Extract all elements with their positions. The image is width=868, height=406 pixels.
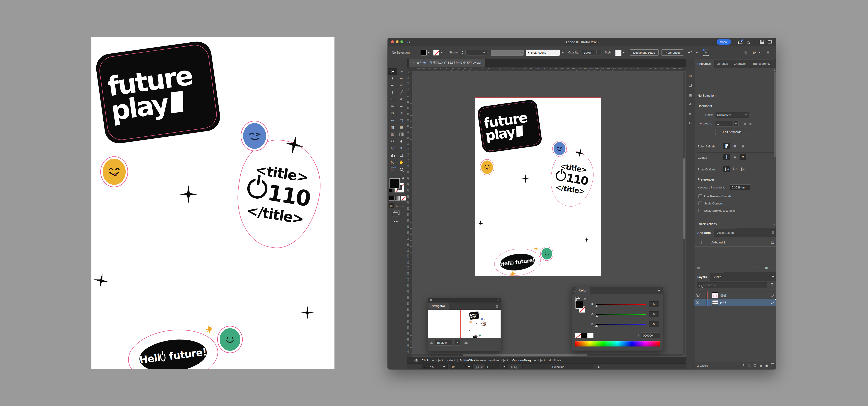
brush-definition-dropdown[interactable] xyxy=(491,49,524,56)
eyedropper-tool[interactable] xyxy=(397,138,406,145)
show-grid-toggle[interactable]: ▦ xyxy=(732,143,738,149)
collect-for-export-icon[interactable]: ⤴ xyxy=(743,364,744,367)
locate-search-icon[interactable] xyxy=(748,364,750,367)
tab-properties[interactable]: Properties xyxy=(694,60,714,68)
layer-thumbnail[interactable] xyxy=(712,293,718,298)
panel-menu-icon[interactable]: ≣ xyxy=(655,289,663,294)
tab-artboards[interactable]: Artboards xyxy=(694,229,714,237)
close-tab-icon[interactable]: × xyxy=(412,61,414,65)
next-artboard-icon[interactable]: ▶ xyxy=(749,122,752,126)
color-mode-button[interactable] xyxy=(389,196,395,201)
style-dropdown-icon[interactable] xyxy=(623,52,625,53)
layer-row-print[interactable]: › print xyxy=(694,299,776,306)
smiley-green[interactable] xyxy=(541,248,552,260)
search-icon[interactable] xyxy=(747,41,749,44)
tab-layers[interactable]: Layers xyxy=(694,273,710,281)
prev-artboard-icon[interactable]: ◀ xyxy=(743,122,746,126)
variable-width-profile-dropdown[interactable]: 5 pt. Round xyxy=(526,49,560,56)
align-dropdown-icon[interactable] xyxy=(759,52,761,53)
snap-to-grid-toggle[interactable]: ‖Ɔ xyxy=(732,166,738,172)
magic-wand-tool[interactable]: ✶ xyxy=(388,75,397,82)
g-value[interactable]: 0 xyxy=(649,311,659,317)
hand-tool[interactable]: ✋ xyxy=(397,159,406,166)
shaper-tool[interactable]: ✏ xyxy=(388,103,397,110)
zoom-level-dropdown[interactable]: 81.37% xyxy=(422,364,440,370)
prev-artboard-icon[interactable]: ◀ xyxy=(480,365,482,369)
status-play-icon[interactable]: ▶ xyxy=(598,365,600,369)
zoom-tool[interactable] xyxy=(397,166,406,173)
smiley-green[interactable] xyxy=(220,328,240,351)
zoom-in-icon[interactable] xyxy=(464,341,468,344)
smiley-tongue-yellow[interactable] xyxy=(481,161,493,174)
delete-layer-icon[interactable] xyxy=(771,364,774,367)
draw-inside-button[interactable]: ◱ xyxy=(400,203,406,208)
smiley-wink-blue[interactable] xyxy=(554,142,565,155)
workspace-grid-dock-icon[interactable]: ⊞ xyxy=(686,71,694,80)
smiley-wink-blue[interactable] xyxy=(243,123,266,149)
swap-colors-icon[interactable]: ⇄ xyxy=(584,297,586,301)
artboard-dropdown[interactable]: 1 xyxy=(715,121,733,127)
none-swatch[interactable] xyxy=(575,333,581,338)
document-setup-button[interactable]: Document Setup xyxy=(630,49,658,56)
lock-guides-toggle[interactable]: # xyxy=(732,154,738,160)
horizontal-scrollbar[interactable] xyxy=(412,354,683,356)
next-artboard-icon[interactable]: ▶ xyxy=(511,365,513,369)
vertical-ruler[interactable]: -40-30-20-100102030405060708090100110120… xyxy=(407,71,412,357)
stroke-width-dropdown[interactable] xyxy=(465,49,487,56)
panel-menu-icon[interactable]: ≣ xyxy=(493,304,501,310)
stroke-dropdown-icon[interactable] xyxy=(440,52,442,53)
rotation-dropdown-icon[interactable] xyxy=(465,364,473,370)
share-button[interactable]: Share xyxy=(717,39,731,45)
artboard-dropdown-icon[interactable] xyxy=(733,121,739,127)
symbols-dock-icon[interactable]: ✵ xyxy=(686,109,694,118)
direct-selection-tool[interactable]: ➢ xyxy=(397,68,406,75)
curvature-tool[interactable]: ✑ xyxy=(397,82,406,89)
show-guides-toggle[interactable]: ╂ xyxy=(723,154,730,160)
scale-tool[interactable]: ⇗ xyxy=(397,110,406,117)
artboard-row-name[interactable]: Artboard 2 xyxy=(708,241,771,244)
panel-menu-icon[interactable]: ≣ xyxy=(772,275,775,279)
opacity-expand[interactable]: › xyxy=(596,49,601,56)
layer-target-icon[interactable] xyxy=(771,301,774,304)
move-down-icon[interactable]: ↓ xyxy=(760,266,762,270)
artboard[interactable]: future play <title> 110 </title> Hell fu… xyxy=(475,98,601,276)
collapse-panel-icon[interactable]: ‹‹ xyxy=(497,299,499,301)
hex-value[interactable]: 000000 xyxy=(641,333,660,338)
sticker-title-tag[interactable]: <title> 110 </title> xyxy=(230,135,327,254)
sticker-futureplay-large[interactable]: future play xyxy=(477,99,543,153)
edit-toolbar-icon[interactable]: ••• xyxy=(394,219,399,224)
sticker-futureplay-large[interactable]: future play xyxy=(94,40,222,145)
g-slider[interactable] xyxy=(596,314,646,315)
delete-artboard-icon[interactable] xyxy=(771,267,774,269)
none-mode-button[interactable] xyxy=(401,196,406,201)
layers-filter-icon[interactable] xyxy=(770,283,774,286)
workspace-switcher-icon[interactable] xyxy=(760,40,764,44)
document-tab[interactable]: × 스티커(수정완료).ai* @ 81.37 % (CMYK/Preview) xyxy=(409,59,485,67)
type-tool[interactable]: T xyxy=(388,89,397,96)
blend-tool[interactable]: ❍ xyxy=(388,145,397,152)
rotate-tool[interactable]: ↻ xyxy=(388,110,397,117)
generative-ai-icon[interactable]: ✦ xyxy=(703,49,709,56)
rotation-dropdown[interactable]: 0° xyxy=(450,364,465,370)
line-segment-tool[interactable]: ╱ xyxy=(397,89,406,96)
show-transparency-grid-toggle[interactable]: ▩ xyxy=(740,143,746,149)
gradient-mode-button[interactable] xyxy=(395,196,400,201)
r-slider[interactable] xyxy=(596,304,646,305)
vertical-scrollbar[interactable] xyxy=(683,72,685,354)
new-sublayer-icon[interactable]: ⊟ xyxy=(760,364,762,367)
smiley-tongue-yellow[interactable] xyxy=(103,159,126,185)
navigator-view-proxy[interactable] xyxy=(460,310,498,338)
panel-menu-icon[interactable]: ≣ xyxy=(772,230,775,235)
layer-visibility-toggle[interactable] xyxy=(694,292,702,299)
layer-row-cutline[interactable]: › 칼선 xyxy=(694,291,776,299)
draw-behind-button[interactable]: ◲ xyxy=(395,203,400,208)
screen-mode-icon[interactable] xyxy=(394,210,400,215)
scale-strokes-effects-checkbox[interactable] xyxy=(699,209,702,212)
draw-normal-button[interactable]: ◳ xyxy=(389,203,394,208)
scissors-tool[interactable]: ✂ xyxy=(388,138,397,145)
artboard-row[interactable]: 1 Artboard 2 ❏ xyxy=(694,238,776,247)
locate-object-icon[interactable]: ◳ xyxy=(737,364,739,367)
horizontal-ruler[interactable]: -100-90-80-70-60-50-40-30-20-10010203040… xyxy=(412,67,686,71)
print-tiling-tool[interactable]: ❐ xyxy=(388,166,397,173)
history-dock-icon[interactable]: ↻ xyxy=(686,119,694,128)
